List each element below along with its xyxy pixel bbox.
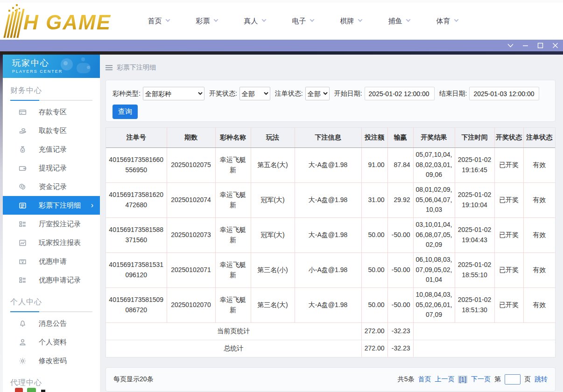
table-row: 40156917358153109612020250102071幸运飞艇新第三名… <box>106 252 555 287</box>
sidebar-section-underline <box>10 100 92 101</box>
nav-item-label: 首页 <box>148 17 162 26</box>
logo-text: H GAME <box>23 7 111 38</box>
draw-status-select[interactable]: 全部 <box>239 87 270 100</box>
cell: 有效 <box>523 287 555 322</box>
sidebar-item-资金记录[interactable]: 资金记录 <box>3 177 100 196</box>
column-header-玩法: 玩法 <box>251 128 295 147</box>
start-date-input[interactable] <box>365 87 435 100</box>
chevron-down-icon <box>507 43 514 48</box>
nav-item-2[interactable]: 彩票 <box>183 17 231 26</box>
column-header-输赢: 输赢 <box>387 128 413 147</box>
window-close-button[interactable] <box>552 42 558 49</box>
order-status-select[interactable]: 全部 <box>305 87 330 100</box>
cell: 2025-01-02 18:51:30 <box>455 287 494 322</box>
column-header-下注时间: 下注时间 <box>455 128 494 147</box>
cell: 08,01,02,09,05,06,04,07,10,03 <box>413 182 455 217</box>
page-jump-input[interactable] <box>505 374 521 385</box>
summary-row: 总统计272.00-32.23 <box>106 340 555 357</box>
chevron-down-icon <box>213 17 218 22</box>
sidebar-item-个人资料[interactable]: 个人资料 <box>3 333 100 351</box>
jump-button[interactable]: 跳转 <box>535 375 548 384</box>
cell: 冠军(大) <box>251 182 295 217</box>
cell: 已开奖 <box>494 252 523 287</box>
cell: 2025-01-02 19:16:45 <box>455 147 494 182</box>
bell-icon <box>19 320 27 328</box>
cell: 已开奖 <box>494 147 523 182</box>
nav-item-label: 捕鱼 <box>388 17 402 26</box>
summary-row: 当前页统计272.00-32.23 <box>106 322 555 340</box>
cell: 20250102075 <box>167 147 215 182</box>
close-icon <box>552 42 558 49</box>
column-header-彩种名称: 彩种名称 <box>215 128 251 147</box>
nav-item-6[interactable]: 捕鱼 <box>375 17 423 26</box>
cell: 大-A盘@1.98 <box>295 287 361 322</box>
cell: 20250102071 <box>167 252 215 287</box>
sidebar-item-label: 彩票下注明细 <box>39 201 81 210</box>
first-page-link[interactable]: 首页 <box>418 375 431 384</box>
nav-item-4[interactable]: 电子 <box>279 17 327 26</box>
cell: 401569173581509086720 <box>106 287 167 322</box>
sidebar-section-title: 代理中心 <box>3 370 100 388</box>
chevron-down-icon <box>310 17 314 22</box>
sidebar-sections: 财务中心存款专区取款专区充值记录提现记录资金记录彩票下注明细›厅室投注记录玩家投… <box>3 78 100 392</box>
order-status-label: 注单状态: <box>275 90 303 98</box>
sidebar-item-label: 优惠申请记录 <box>39 276 81 285</box>
summary-label: 总统计 <box>106 340 361 357</box>
filter-panel: 彩种类型: 全部彩种 开奖状态: 全部 注单状态: 全部 开始日期: 结束日期:… <box>106 80 556 122</box>
page-size-text: 每页显示20条 <box>113 375 154 384</box>
cell: 29.92 <box>387 182 413 217</box>
lottery-list-icon <box>19 202 27 210</box>
nav-item-label: 彩票 <box>196 17 210 26</box>
sidebar-item-优惠申请记录[interactable]: 优惠申请记录 <box>3 271 100 289</box>
nav-item-3[interactable]: 真人 <box>231 17 279 26</box>
sidebar-item-取款专区[interactable]: 取款专区 <box>3 121 100 140</box>
sidebar-item-label: 充值记录 <box>39 145 67 154</box>
window-maximize-button[interactable] <box>537 42 543 49</box>
sidebar-item-玩家投注报表[interactable]: 玩家投注报表 <box>3 233 100 252</box>
cell: 50.00 <box>361 217 387 252</box>
table-row: 40156917358166055695020250102075幸运飞艇新第五名… <box>106 147 555 182</box>
summary-bet-total: 272.00 <box>361 322 387 340</box>
column-header-开奖状态: 开奖状态 <box>494 128 523 147</box>
window-dropdown-button[interactable] <box>507 42 514 49</box>
withdraw-hand-icon <box>19 127 27 135</box>
sidebar-item-彩票下注明细[interactable]: 彩票下注明细› <box>3 196 100 215</box>
sidebar-item-label: 优惠申请 <box>39 257 67 266</box>
nav-menu: 首页彩票真人电子棋牌捕鱼体育 <box>134 17 471 26</box>
cell: 31.00 <box>361 182 387 217</box>
sidebar-item-提现记录[interactable]: 提现记录 <box>3 159 100 177</box>
column-header-注单状态: 注单状态 <box>523 128 555 147</box>
sidebar-item-厅室投注记录[interactable]: 厅室投注记录 <box>3 215 100 233</box>
page-title: 彩票下注明细 <box>117 63 156 72</box>
sidebar-item-修改密码[interactable]: 修改密码 <box>3 351 100 370</box>
nav-item-5[interactable]: 棋牌 <box>327 17 375 26</box>
prev-page-link[interactable]: 上一页 <box>435 375 454 384</box>
hamburger-icon[interactable] <box>106 65 113 70</box>
table-header-row: 注单号期数彩种名称玩法下注信息投注额输赢开奖结果下注时间开奖状态注单状态 <box>106 128 555 147</box>
clipboard-list-icon <box>19 220 27 228</box>
nav-item-7[interactable]: 体育 <box>423 17 471 26</box>
clipboard-list-icon <box>19 276 27 284</box>
window-minimize-button[interactable] <box>522 42 528 49</box>
sidebar-item-充值记录[interactable]: 充值记录 <box>3 140 100 159</box>
cell: 2025-01-02 19:10:04 <box>455 182 494 217</box>
cell: 20250102070 <box>167 287 215 322</box>
nav-item-1[interactable]: 首页 <box>134 17 183 26</box>
sidebar-item-优惠申请[interactable]: 优惠申请 <box>3 252 100 271</box>
sidebar-item-消息公告[interactable]: 消息公告 <box>3 314 100 333</box>
wallet-icon <box>19 164 27 172</box>
query-button[interactable]: 查询 <box>113 105 138 119</box>
end-date-input[interactable] <box>469 87 539 100</box>
maximize-icon <box>537 42 543 49</box>
cell: 大-A盘@1.98 <box>295 182 361 217</box>
site-logo[interactable]: H GAME <box>7 5 111 38</box>
chevron-right-icon: › <box>91 202 93 209</box>
table-row: 40156917358158837156020250102073幸运飞艇新冠军(… <box>106 217 555 252</box>
cell: 已开奖 <box>494 182 523 217</box>
sidebar-item-label: 取款专区 <box>39 126 67 135</box>
next-page-link[interactable]: 下一页 <box>471 375 491 384</box>
cell: 有效 <box>523 217 555 252</box>
sidebar-item-存款专区[interactable]: 存款专区 <box>3 103 100 121</box>
report-chart-icon <box>19 239 27 247</box>
lottery-type-select[interactable]: 全部彩种 <box>143 87 204 100</box>
